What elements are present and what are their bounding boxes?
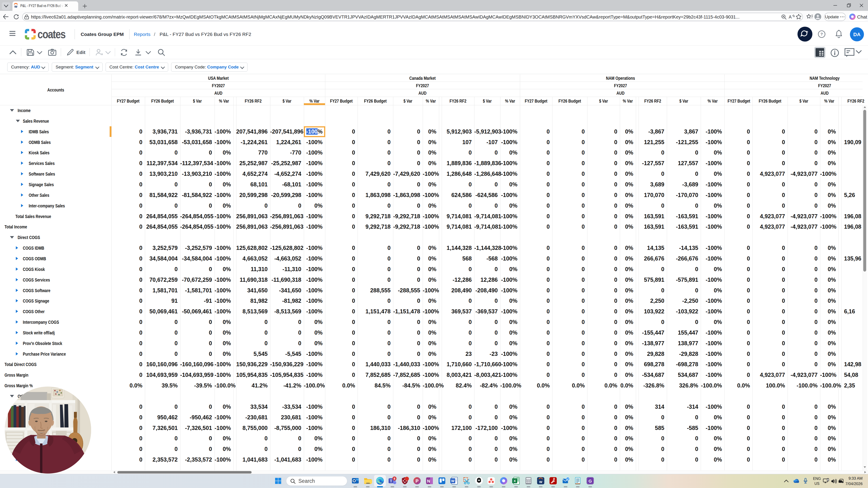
svg-text:w: w	[539, 480, 542, 484]
svg-text:DA: DA	[853, 32, 861, 37]
svg-text:A: A	[789, 14, 792, 20]
svg-text:N: N	[427, 479, 430, 484]
svg-text:8: 8	[394, 477, 395, 480]
svg-text:P: P	[416, 479, 418, 484]
svg-text:T: T	[390, 479, 392, 483]
svg-text:?: ?	[820, 32, 823, 36]
svg-text:G: G	[589, 479, 592, 484]
svg-text:W: W	[451, 479, 455, 483]
svg-text:X: X	[514, 479, 516, 483]
svg-text:w: w	[14, 4, 18, 8]
